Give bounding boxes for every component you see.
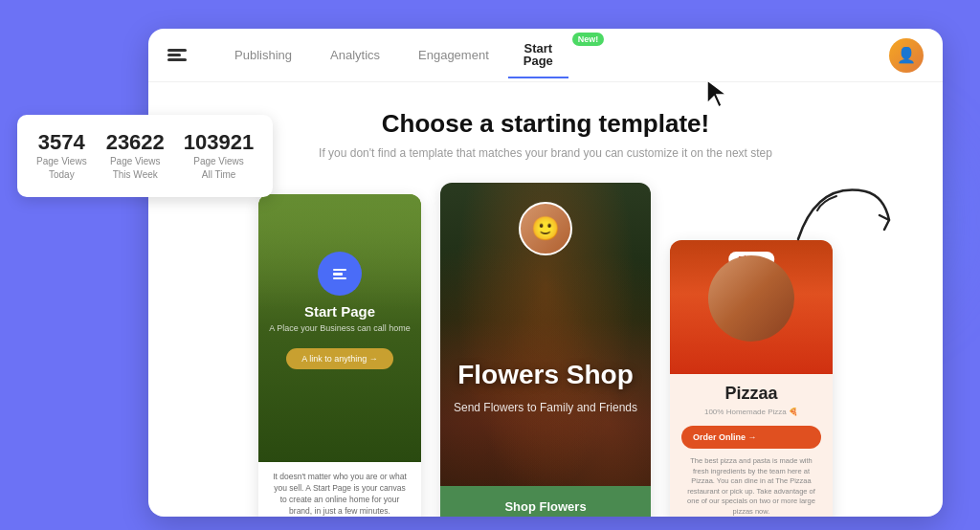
cursor-arrow — [705, 78, 732, 105]
tab-start-page[interactable]: Start Page — [508, 33, 568, 78]
flowers-content: Flowers Shop Send Flowers to Family and … — [440, 183, 651, 517]
stat-number-alltime: 103921 — [184, 130, 254, 155]
stats-card: 3574 Page Views Today 23622 Page Views T… — [17, 115, 273, 197]
tab-start-page-wrapper[interactable]: Start Page New! — [508, 33, 605, 77]
template-pizza[interactable]: Pizzaa Pizzaa 100% Homemade Pizza 🍕 Orde… — [670, 240, 833, 517]
logo-line-2 — [167, 54, 181, 56]
logo-line-1 — [167, 49, 187, 52]
template-traveler[interactable]: Start Page A Place your Business can cal… — [258, 194, 421, 517]
stat-page-views-alltime: 103921 Page Views All Time — [184, 130, 254, 182]
tab-start-label2: Page — [523, 55, 553, 67]
stat-page-views-week: 23622 Page Views This Week — [106, 130, 165, 182]
drawn-arrow — [789, 163, 903, 262]
page-title: Choose a starting template! — [187, 109, 904, 139]
layer-2 — [333, 273, 343, 276]
layers-icon — [333, 269, 346, 280]
stat-label-week: Page Views This Week — [106, 155, 165, 182]
stat-label-alltime: Page Views All Time — [184, 155, 254, 182]
tab-publishing[interactable]: Publishing — [215, 31, 311, 81]
stat-page-views-today: 3574 Page Views Today — [36, 130, 87, 182]
stat-number-today: 3574 — [36, 130, 87, 155]
flowers-card-tagline: Send Flowers to Family and Friends — [454, 400, 637, 416]
pizza-card-subtitle: 100% Homemade Pizza 🍕 — [681, 408, 821, 416]
traveler-link-btn[interactable]: A link to anything → — [286, 348, 393, 369]
tab-analytics[interactable]: Analytics — [311, 31, 399, 81]
tab-engagement[interactable]: Engagement — [399, 31, 508, 81]
pizza-order-btn[interactable]: Order Online → — [681, 426, 821, 449]
app-logo[interactable] — [167, 49, 187, 61]
stat-label-today: Page Views Today — [36, 155, 87, 182]
traveler-card-subtitle: A Place your Business can call home — [269, 323, 411, 333]
template-flowers-shop[interactable]: 🙂 Flowers Shop Send Flowers to Family an… — [440, 183, 651, 517]
logo-line-3 — [167, 58, 187, 61]
user-avatar[interactable]: 👤 — [889, 38, 924, 73]
layer-3 — [333, 277, 346, 280]
pizza-content: Pizzaa 100% Homemade Pizza 🍕 Order Onlin… — [670, 374, 833, 517]
flowers-card-title: Flowers Shop — [457, 361, 634, 390]
page-subtitle: If you don't find a template that matche… — [187, 146, 904, 160]
pizza-card-title: Pizzaa — [681, 384, 821, 404]
traveler-desc: It doesn't matter who you are or what yo… — [258, 462, 421, 517]
layer-1 — [333, 269, 346, 272]
main-panel: Publishing Analytics Engagement Start Pa… — [148, 29, 943, 517]
stat-number-week: 23622 — [106, 130, 165, 155]
new-badge: New! — [572, 33, 605, 46]
traveler-card-title: Start Page — [304, 303, 375, 320]
pizza-image — [708, 255, 794, 342]
pizza-desc: The best pizza and pasta is made with fr… — [681, 456, 821, 517]
nav-bar: Publishing Analytics Engagement Start Pa… — [148, 29, 943, 82]
